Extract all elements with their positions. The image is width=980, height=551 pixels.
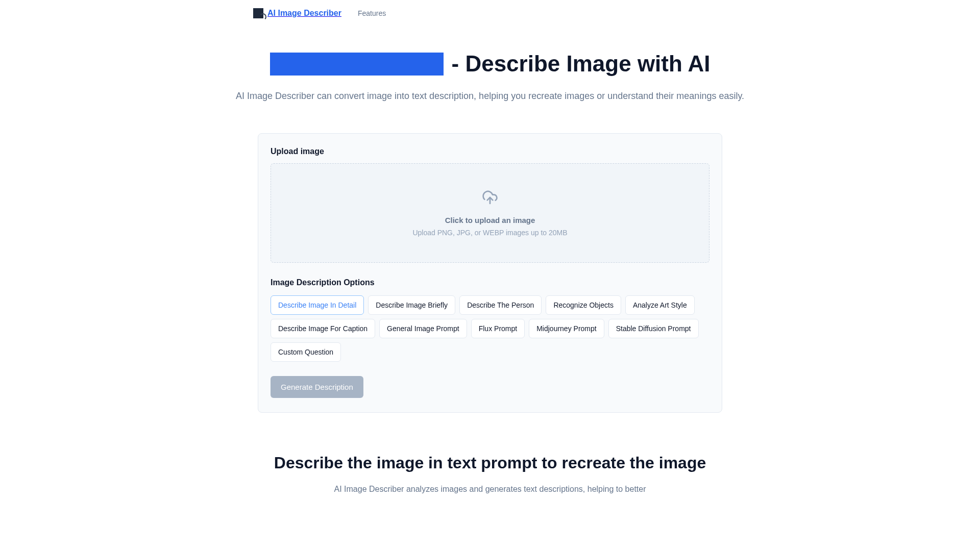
upload-section-title: Upload image <box>271 147 709 156</box>
nav-features[interactable]: Features <box>358 9 386 17</box>
option-describe-caption[interactable]: Describe Image For Caption <box>271 319 375 338</box>
logo-text: AI Image Describer <box>267 9 341 18</box>
bottom-text: AI Image Describer analyzes images and g… <box>0 485 980 494</box>
option-custom-question[interactable]: Custom Question <box>271 342 341 362</box>
options-grid: Describe Image In Detail Describe Image … <box>271 295 709 362</box>
option-recognize-objects[interactable]: Recognize Objects <box>546 295 621 315</box>
upload-card: Upload image Click to upload an image Up… <box>258 133 722 413</box>
hero-title-text: - Describe Image with AI <box>452 51 710 77</box>
hero-section: - Describe Image with AI AI Image Descri… <box>235 27 745 104</box>
logo-link[interactable]: AI Image Describer <box>253 8 341 18</box>
option-describe-detail[interactable]: Describe Image In Detail <box>271 295 364 315</box>
hero-subtitle: AI Image Describer can convert image int… <box>235 89 745 104</box>
option-midjourney-prompt[interactable]: Midjourney Prompt <box>529 319 604 338</box>
logo-icon <box>253 8 263 18</box>
bottom-section: Describe the image in text prompt to rec… <box>0 454 980 494</box>
option-general-prompt[interactable]: General Image Prompt <box>379 319 467 338</box>
option-describe-briefly[interactable]: Describe Image Briefly <box>368 295 455 315</box>
upload-hint-text: Upload PNG, JPG, or WEBP images up to 20… <box>281 229 699 237</box>
bottom-title: Describe the image in text prompt to rec… <box>0 454 980 472</box>
generate-description-button[interactable]: Generate Description <box>271 376 363 398</box>
option-flux-prompt[interactable]: Flux Prompt <box>471 319 525 338</box>
option-analyze-art-style[interactable]: Analyze Art Style <box>625 295 695 315</box>
upload-dropzone[interactable]: Click to upload an image Upload PNG, JPG… <box>271 163 709 263</box>
header: AI Image Describer Features <box>122 0 857 27</box>
hero-title: - Describe Image with AI <box>235 51 745 77</box>
options-section-title: Image Description Options <box>271 278 709 287</box>
option-stable-diffusion-prompt[interactable]: Stable Diffusion Prompt <box>608 319 699 338</box>
hero-highlight-block <box>270 53 444 76</box>
cloud-upload-icon <box>281 189 699 208</box>
upload-main-text: Click to upload an image <box>281 216 699 224</box>
option-describe-person[interactable]: Describe The Person <box>459 295 542 315</box>
